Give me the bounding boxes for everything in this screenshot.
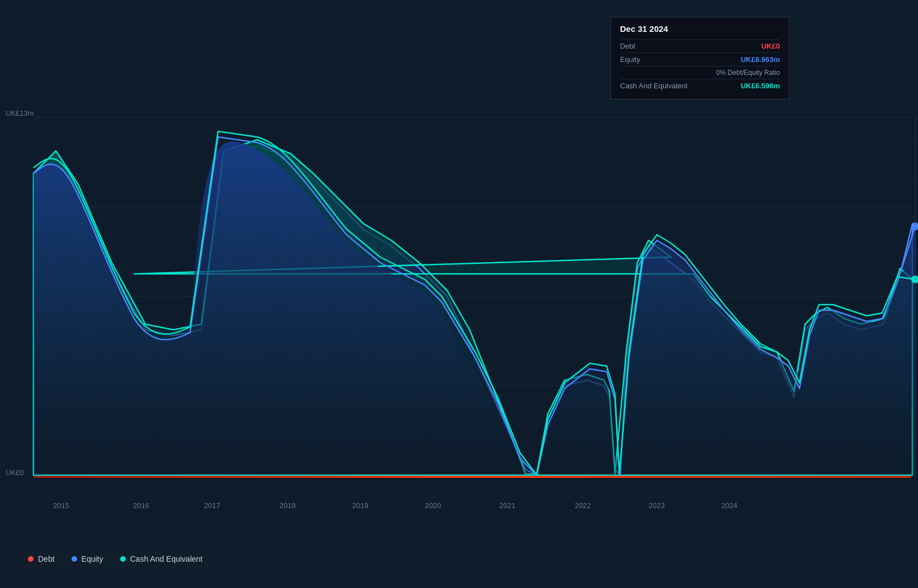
legend-dot-cash [120,556,126,562]
legend-dot-equity [72,556,77,562]
y-axis-top-label: UK£13m [6,109,34,117]
tooltip-debt-value: UK£0 [761,42,780,50]
tooltip: Dec 31 2024 Debt UK£0 Equity UK£8.963m 0… [611,17,789,99]
tooltip-cash-value: UK£6.596m [741,82,780,90]
tooltip-debt-row: Debt UK£0 [620,39,780,53]
x-label-2020: 2020 [425,501,441,510]
legend-label-debt: Debt [38,554,55,563]
tooltip-cash-label: Cash And Equivalent [620,82,688,90]
chart-container: UK£13m UK£0 2015 2016 2017 2018 2019 202… [0,0,918,588]
tooltip-equity-row: Equity UK£8.963m [620,53,780,66]
tooltip-date: Dec 31 2024 [620,24,780,34]
x-label-2017: 2017 [204,501,220,510]
tooltip-ratio-label: 0% Debt/Equity Ratio [716,69,780,77]
tooltip-equity-value: UK£8.963m [741,55,780,64]
x-label-2015: 2015 [53,501,69,510]
tooltip-equity-label: Equity [620,55,640,64]
x-label-2022: 2022 [575,501,591,510]
x-label-2021: 2021 [499,501,515,510]
legend-item-equity[interactable]: Equity [72,554,103,563]
legend-label-equity: Equity [82,554,103,563]
x-label-2024: 2024 [721,501,737,510]
x-label-2023: 2023 [649,501,665,510]
tooltip-ratio-row: 0% Debt/Equity Ratio [620,66,780,79]
y-axis-bottom-label: UK£0 [6,468,24,477]
legend-item-cash[interactable]: Cash And Equivalent [120,554,203,563]
chart-legend: Debt Equity Cash And Equivalent [17,547,214,571]
tooltip-debt-label: Debt [620,42,635,50]
x-label-2016: 2016 [133,501,149,510]
legend-label-cash: Cash And Equivalent [130,554,203,563]
x-label-2019: 2019 [352,501,368,510]
legend-item-debt[interactable]: Debt [28,554,55,563]
x-label-2018: 2018 [280,501,296,510]
legend-dot-debt [28,556,34,562]
tooltip-cash-row: Cash And Equivalent UK£6.596m [620,79,780,92]
